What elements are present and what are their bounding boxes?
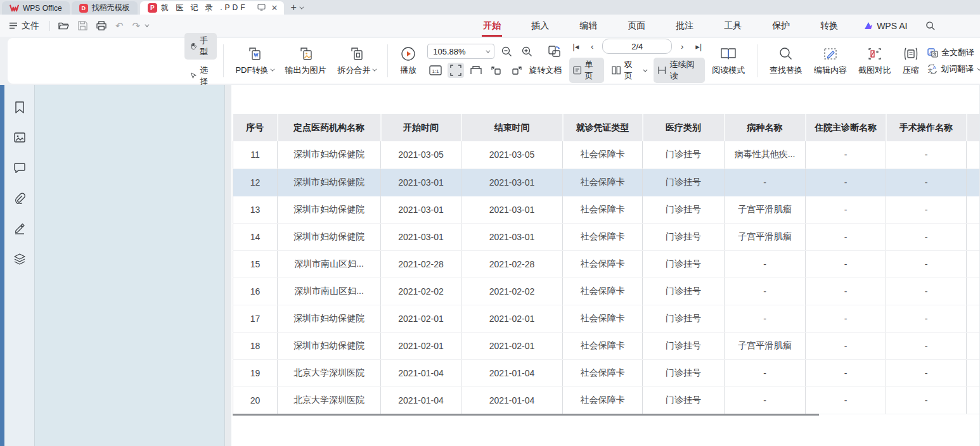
- zoom-out-icon[interactable]: [498, 44, 515, 59]
- table-cell: -: [886, 332, 967, 359]
- table-cell: -: [806, 141, 886, 169]
- table-body: 11深圳市妇幼保健院2021-03-052021-03-05社会保障卡门诊挂号病…: [233, 141, 980, 414]
- table-cell: -: [886, 277, 967, 305]
- read-mode-button[interactable]: 阅读模式: [706, 45, 751, 77]
- fit-width-icon[interactable]: [448, 63, 464, 78]
- close-tab-icon[interactable]: ✕: [269, 3, 279, 13]
- toolbar-panel: 手型 选择 PDF转换 输出为图片 拆分合并: [8, 38, 980, 84]
- table-cell: 社会保障卡: [563, 305, 643, 332]
- table-cell: [967, 305, 980, 332]
- pdf-convert-button[interactable]: PDF转换: [229, 45, 279, 77]
- print-icon[interactable]: [92, 21, 111, 30]
- previous-page-icon[interactable]: ‹: [586, 42, 598, 51]
- menu-tab-insert[interactable]: 插入: [516, 15, 564, 37]
- thumbnail-icon[interactable]: [13, 131, 27, 144]
- layers-icon[interactable]: [13, 252, 27, 266]
- table-cell: 2021-01-04: [381, 359, 461, 386]
- play-icon: [401, 46, 416, 61]
- rotate-right-icon[interactable]: [508, 63, 525, 78]
- table-cell: 深圳市妇幼保健院: [278, 141, 381, 169]
- menu-search-icon[interactable]: [921, 21, 939, 30]
- export-image-button[interactable]: 输出为图片: [279, 45, 332, 77]
- double-page-button[interactable]: 双页: [608, 58, 650, 83]
- menu-tab-protect[interactable]: 保护: [757, 15, 805, 37]
- signature-icon[interactable]: [13, 222, 27, 236]
- document-area[interactable]: 序号定点医药机构名称开始时间结束时间就诊凭证类型医疗类别病种名称住院主诊断名称手…: [225, 85, 980, 446]
- find-replace-button[interactable]: 查找替换: [764, 45, 808, 77]
- table-cell: 社会保障卡: [563, 332, 643, 359]
- wps-logo-icon: [10, 3, 19, 13]
- split-merge-button[interactable]: 拆分合并: [332, 45, 381, 77]
- page-number-input[interactable]: 2/4: [602, 39, 672, 54]
- next-page-icon[interactable]: ›: [676, 42, 688, 51]
- menu-tab-home[interactable]: 开始: [468, 15, 516, 37]
- new-tab-button[interactable]: +: [290, 2, 296, 13]
- bookmark-icon[interactable]: [13, 100, 27, 114]
- edit-content-button[interactable]: 编辑内容: [808, 45, 853, 77]
- table-header-row: 序号定点医药机构名称开始时间结束时间就诊凭证类型医疗类别病种名称住院主诊断名称手…: [233, 114, 980, 141]
- redo-icon[interactable]: ↷: [128, 20, 145, 32]
- word-translate-button[interactable]: A文 划词翻译: [927, 63, 980, 75]
- table-row[interactable]: 13深圳市妇幼保健院2021-03-012021-03-01社会保障卡门诊挂号子…: [233, 196, 980, 223]
- save-icon[interactable]: [74, 21, 92, 30]
- open-folder-icon[interactable]: [54, 22, 74, 30]
- menu-tab-page[interactable]: 页面: [612, 15, 661, 37]
- file-menu-button[interactable]: 文件: [0, 20, 46, 32]
- single-page-button[interactable]: 单页: [569, 58, 604, 83]
- menu-tab-comment[interactable]: 批注: [661, 15, 709, 37]
- tab-wps-office[interactable]: WPS Office: [2, 1, 70, 15]
- attachment-icon[interactable]: [13, 191, 27, 205]
- table-cell: -: [886, 223, 967, 250]
- tab-docer[interactable]: D 找稻壳模板: [72, 1, 138, 15]
- menu-tab-convert[interactable]: 转换: [805, 15, 853, 37]
- table-row[interactable]: 12深圳市妇幼保健院2021-03-012021-03-01社会保障卡门诊挂号-…: [233, 169, 980, 196]
- actual-size-icon[interactable]: 1:1: [427, 63, 444, 78]
- table-cell: 18: [233, 332, 278, 359]
- table-row[interactable]: 11深圳市妇幼保健院2021-03-052021-03-05社会保障卡门诊挂号病…: [233, 141, 980, 169]
- table-row[interactable]: 14深圳市妇幼保健院2021-03-012021-03-01社会保障卡门诊挂号子…: [233, 223, 980, 250]
- rotate-left-icon[interactable]: [488, 63, 505, 78]
- table-cell: -: [886, 141, 967, 169]
- undo-icon[interactable]: ↶: [111, 20, 128, 32]
- zoom-level-select[interactable]: 105.88%: [427, 44, 494, 59]
- monitor-icon[interactable]: [257, 4, 266, 13]
- table-cell: -: [806, 386, 886, 414]
- quick-access-chevron-icon[interactable]: [145, 23, 150, 27]
- navigation-panel[interactable]: [35, 85, 225, 446]
- fit-page-icon[interactable]: [468, 63, 484, 78]
- table-cell: -: [725, 359, 806, 386]
- hand-tool-button[interactable]: 手型: [184, 33, 217, 60]
- toolbar-area: 手型 选择 PDF转换 输出为图片 拆分合并: [0, 37, 980, 85]
- zoom-in-icon[interactable]: [519, 44, 535, 59]
- table-cell: -: [806, 359, 886, 386]
- tab-list-chevron-icon[interactable]: [299, 5, 304, 10]
- first-page-icon[interactable]: |◂: [569, 42, 582, 51]
- table-cell: [967, 223, 980, 250]
- column-header: 开始时间: [381, 114, 461, 141]
- table-row[interactable]: 18深圳市妇幼保健院2021-02-012021-02-01社会保障卡门诊挂号子…: [233, 332, 980, 359]
- table-cell: -: [886, 250, 967, 277]
- rotate-document-label[interactable]: 旋转文档: [529, 65, 562, 76]
- full-translate-button[interactable]: A 全文翻译: [927, 47, 980, 58]
- wps-ai-button[interactable]: WPS AI: [853, 21, 917, 31]
- menu-tab-tools[interactable]: 工具: [709, 15, 757, 37]
- table-cell: [967, 332, 980, 359]
- table-cell: 门诊挂号: [643, 332, 725, 359]
- screenshot-compare-button[interactable]: 截图对比: [853, 45, 897, 77]
- tab-document[interactable]: P 就 医 记 录 .PDF ✕: [140, 1, 285, 15]
- table-cell: 2021-02-01: [461, 305, 563, 332]
- compress-button[interactable]: 压缩: [897, 45, 925, 77]
- continuous-read-button[interactable]: 连续阅读: [654, 58, 705, 83]
- table-row[interactable]: 19北京大学深圳医院2021-01-042021-01-04社会保障卡门诊挂号-…: [233, 359, 980, 386]
- rotate-document-icon[interactable]: [546, 44, 563, 59]
- table-row[interactable]: 15深圳市南山区妇...2021-02-282021-02-28社会保障卡门诊挂…: [233, 250, 980, 277]
- svg-text:A: A: [933, 65, 936, 70]
- table-cell: -: [886, 196, 967, 223]
- table-row[interactable]: 17深圳市妇幼保健院2021-02-012021-02-01社会保障卡门诊挂号-…: [233, 305, 980, 332]
- menu-tab-edit[interactable]: 编辑: [564, 15, 612, 37]
- table-row[interactable]: 20北京大学深圳医院2021-01-042021-01-04社会保障卡门诊挂号-…: [233, 386, 980, 414]
- comment-icon[interactable]: [13, 161, 27, 175]
- table-row[interactable]: 16深圳市南山区妇...2021-02-022021-02-02社会保障卡门诊挂…: [233, 277, 980, 305]
- play-button[interactable]: 播放: [394, 45, 422, 77]
- last-page-icon[interactable]: ▸|: [692, 42, 705, 51]
